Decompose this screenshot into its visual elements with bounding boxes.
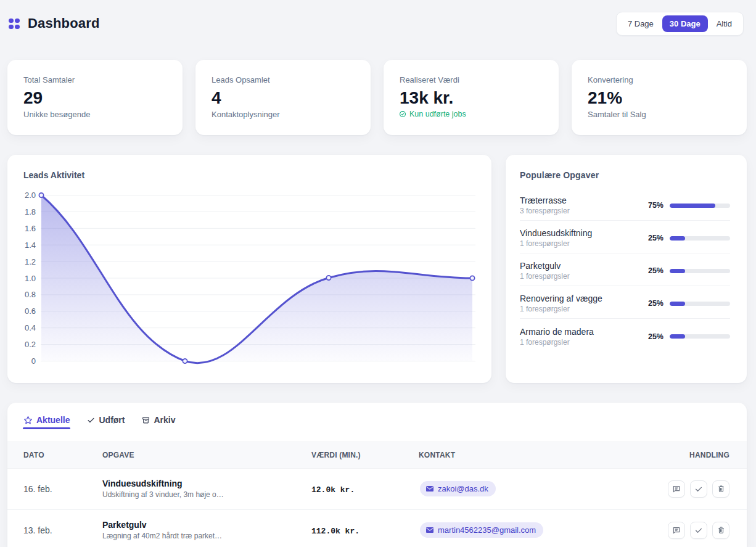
svg-text:0: 0 xyxy=(31,356,36,366)
svg-text:0.6: 0.6 xyxy=(25,306,36,316)
svg-text:0.4: 0.4 xyxy=(25,323,36,332)
svg-text:1.4: 1.4 xyxy=(25,241,36,250)
svg-text:1.6: 1.6 xyxy=(25,224,36,233)
svg-text:0.8: 0.8 xyxy=(25,290,36,299)
svg-text:1.2: 1.2 xyxy=(25,257,36,266)
svg-text:2.0: 2.0 xyxy=(25,191,36,200)
svg-text:0.2: 0.2 xyxy=(25,340,36,349)
svg-text:1.0: 1.0 xyxy=(25,274,36,283)
svg-text:1.8: 1.8 xyxy=(25,207,36,216)
